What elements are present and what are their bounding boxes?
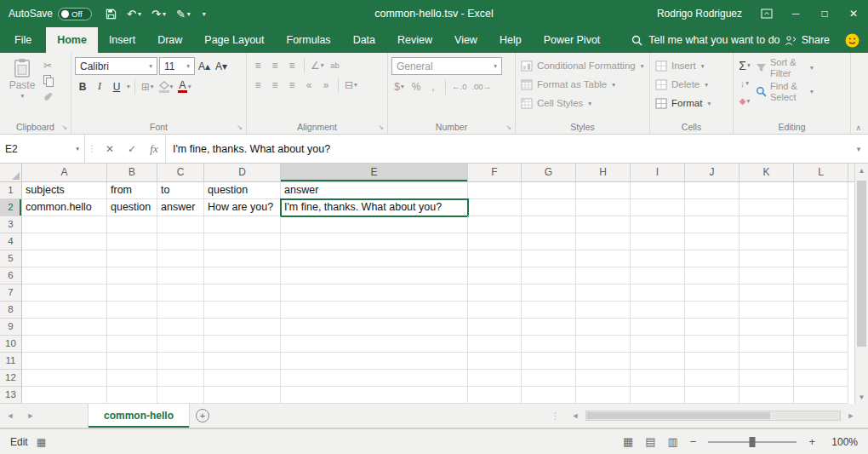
tab-page-layout[interactable]: Page Layout	[193, 27, 275, 53]
fill-button[interactable]: ↓▾	[737, 75, 752, 91]
cell-K4[interactable]	[740, 233, 794, 250]
cell-L4[interactable]	[794, 233, 848, 250]
cell-H2[interactable]	[576, 199, 631, 216]
cell-A5[interactable]	[22, 250, 107, 267]
number-format-select[interactable]: General▾	[391, 57, 502, 75]
customize-qat-button[interactable]: ▾	[196, 0, 211, 27]
cell-E6[interactable]	[281, 267, 468, 284]
cell-L13[interactable]	[794, 387, 848, 404]
cell-J1[interactable]	[685, 182, 740, 199]
cell-I8[interactable]	[631, 302, 685, 319]
cell-L8[interactable]	[794, 302, 848, 319]
cell-B5[interactable]	[107, 250, 157, 267]
column-header-D[interactable]: D	[204, 164, 281, 182]
ribbon-display-options-button[interactable]	[752, 0, 781, 27]
sheet-prev-button[interactable]: ◄	[0, 404, 20, 428]
cell-A11[interactable]	[22, 353, 107, 370]
cell-K12[interactable]	[740, 370, 794, 387]
cell-F10[interactable]	[468, 336, 522, 353]
row-header-13[interactable]: 13	[0, 387, 22, 404]
cell-I4[interactable]	[631, 233, 685, 250]
cell-H9[interactable]	[576, 319, 631, 336]
cell-D9[interactable]	[204, 319, 281, 336]
cell-C3[interactable]	[157, 216, 204, 233]
cell-I3[interactable]	[631, 216, 685, 233]
cell-K11[interactable]	[740, 353, 794, 370]
cell-C13[interactable]	[157, 387, 204, 404]
cell-H4[interactable]	[576, 233, 631, 250]
cell-D1[interactable]: question	[204, 182, 281, 199]
font-color-button[interactable]: A▾	[176, 78, 192, 95]
cell-E4[interactable]	[281, 233, 468, 250]
cell-G9[interactable]	[522, 319, 576, 336]
tab-data[interactable]: Data	[342, 27, 386, 53]
cell-H8[interactable]	[576, 302, 631, 319]
feedback-smiley-icon[interactable]	[845, 33, 859, 48]
cell-A7[interactable]	[22, 284, 107, 302]
expand-formula-bar-button[interactable]: ▾	[849, 135, 868, 163]
cell-D3[interactable]	[204, 216, 281, 233]
tab-formulas[interactable]: Formulas	[276, 27, 342, 53]
cell-D8[interactable]	[204, 302, 281, 319]
cell-I6[interactable]	[631, 267, 685, 284]
percent-style-button[interactable]: %	[408, 78, 424, 95]
cell-A3[interactable]	[22, 216, 107, 233]
normal-view-button[interactable]: ▦	[623, 435, 633, 448]
collapse-ribbon-button[interactable]: ∧	[855, 124, 861, 132]
row-header-7[interactable]: 7	[0, 284, 22, 302]
close-button[interactable]: ✕	[839, 0, 868, 27]
cell-G13[interactable]	[522, 387, 576, 404]
sheet-next-button[interactable]: ►	[20, 404, 41, 428]
share-button[interactable]: Share	[785, 34, 830, 46]
borders-button[interactable]: ⊞▾	[140, 78, 156, 95]
cell-B4[interactable]	[107, 233, 157, 250]
cell-L3[interactable]	[794, 216, 848, 233]
cell-A12[interactable]	[22, 370, 107, 387]
cell-J10[interactable]	[685, 336, 740, 353]
alignment-dialog-launcher[interactable]: ↘	[378, 124, 384, 131]
cell-K2[interactable]	[740, 199, 794, 216]
cell-J7[interactable]	[685, 284, 740, 302]
cut-button[interactable]: ✂	[43, 59, 54, 72]
cell-D11[interactable]	[204, 353, 281, 370]
row-header-2[interactable]: 2	[0, 199, 22, 216]
cancel-button[interactable]: ✕	[99, 135, 121, 163]
underline-button[interactable]: U	[109, 78, 124, 95]
decrease-decimal-button[interactable]: .00→	[470, 78, 493, 95]
cell-D4[interactable]	[204, 233, 281, 250]
cell-B10[interactable]	[107, 336, 157, 353]
sort-filter-button[interactable]: Sort & Filter ▾	[756, 57, 814, 78]
column-header-F[interactable]: F	[468, 164, 522, 182]
font-dialog-launcher[interactable]: ↘	[237, 124, 243, 131]
cell-B6[interactable]	[107, 267, 157, 284]
cell-J13[interactable]	[685, 387, 740, 404]
cell-F5[interactable]	[468, 250, 522, 267]
orientation-button[interactable]: ∠▾	[309, 57, 326, 73]
font-name-select[interactable]: Calibri▾	[75, 57, 157, 75]
redo-button[interactable]: ↷▾	[146, 0, 171, 27]
cell-L5[interactable]	[794, 250, 848, 267]
row-header-11[interactable]: 11	[0, 353, 22, 370]
cell-G2[interactable]	[522, 199, 576, 216]
vertical-scrollbar[interactable]: ▲ ▼	[854, 164, 868, 404]
cell-F7[interactable]	[468, 284, 522, 302]
hscroll-right-button[interactable]: ►	[841, 411, 861, 420]
cell-B1[interactable]: from	[107, 182, 157, 199]
tab-draw[interactable]: Draw	[146, 27, 193, 53]
cell-C10[interactable]	[157, 336, 204, 353]
column-header-H[interactable]: H	[576, 164, 631, 182]
formula-input[interactable]: I'm fine, thanks. What about you?	[165, 135, 849, 163]
zoom-slider-thumb[interactable]	[750, 437, 756, 447]
cell-G10[interactable]	[522, 336, 576, 353]
increase-indent-button[interactable]: »	[318, 77, 334, 93]
cell-A2[interactable]: common.hello	[22, 199, 107, 216]
cell-B11[interactable]	[107, 353, 157, 370]
column-header-E[interactable]: E	[281, 164, 468, 182]
macro-record-icon[interactable]: ▦	[37, 436, 46, 448]
cell-L10[interactable]	[794, 336, 848, 353]
format-painter-button[interactable]	[43, 89, 54, 102]
wrap-text-button[interactable]: ab	[328, 57, 343, 73]
delete-cells-button[interactable]: Delete ▾	[654, 76, 712, 93]
cell-B8[interactable]	[107, 302, 157, 319]
cell-H5[interactable]	[576, 250, 631, 267]
